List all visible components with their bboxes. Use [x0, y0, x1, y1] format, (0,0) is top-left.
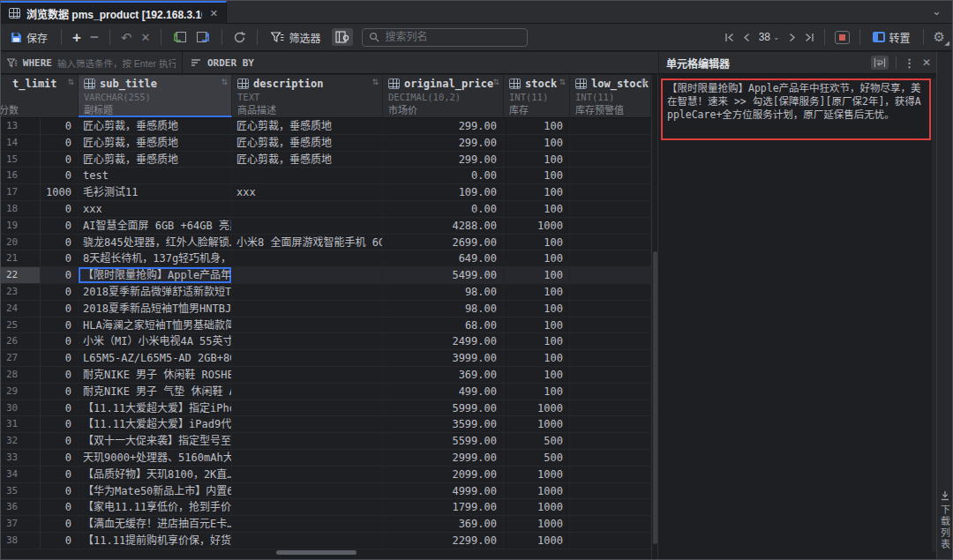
grid-cell[interactable]: 毛衫测试11 — [79, 184, 232, 200]
row-number[interactable]: 15 — [1, 152, 41, 168]
grid-cell[interactable]: 0 — [41, 350, 79, 366]
grid-cell[interactable]: 0 — [41, 317, 79, 333]
grid-cell[interactable]: 0 — [41, 400, 79, 416]
grid-cell[interactable]: 98.00 — [383, 284, 504, 300]
row-number[interactable]: 23 — [1, 284, 41, 300]
grid-cell[interactable] — [570, 317, 651, 333]
grid-cell[interactable]: 1000 — [504, 483, 570, 499]
sort-icon[interactable]: ⇅ — [559, 78, 566, 86]
transpose-button[interactable]: 转置 — [870, 28, 913, 47]
revert-button[interactable]: ✕ — [140, 32, 150, 43]
grid-cell[interactable]: 【限时限量抢购】Apple产品年… — [79, 267, 232, 283]
grid-cell[interactable]: 1000 — [504, 533, 570, 549]
grid-cell[interactable]: 1000 — [504, 516, 570, 532]
grid-cell[interactable]: 100 — [504, 135, 570, 151]
grid-cell[interactable] — [570, 301, 651, 317]
grid-cell[interactable]: 109.00 — [383, 184, 504, 200]
grid-cell[interactable] — [570, 201, 651, 217]
grid-cell[interactable] — [570, 184, 651, 200]
grid-cell[interactable] — [570, 400, 651, 416]
grid-cell[interactable] — [570, 152, 651, 168]
row-number[interactable]: 21 — [1, 250, 41, 266]
grid-cell[interactable]: 5999.00 — [383, 400, 504, 416]
grid-cell[interactable] — [232, 416, 383, 432]
row-number[interactable]: 25 — [1, 317, 41, 333]
column-header-t_limit[interactable]: t_limit⇅分数 — [1, 75, 79, 117]
grid-cell[interactable] — [570, 516, 651, 532]
grid-cell[interactable] — [570, 499, 651, 515]
grid-cell[interactable]: 【11.11提前购机享价保，好货… — [79, 533, 232, 549]
grid-cell[interactable]: 500 — [504, 450, 570, 466]
grid-cell[interactable] — [232, 450, 383, 466]
grid-cell[interactable] — [570, 284, 651, 300]
filter-button[interactable]: 筛选器 — [268, 28, 323, 47]
grid-cell[interactable] — [570, 333, 651, 349]
grid-cell[interactable] — [232, 317, 383, 333]
column-select-button[interactable] — [332, 28, 353, 46]
row-number[interactable]: 22 — [1, 267, 41, 283]
add-row-button[interactable]: + — [72, 30, 81, 45]
grid-cell[interactable] — [232, 433, 383, 449]
grid-cell[interactable]: 0 — [41, 533, 79, 549]
grid-cell[interactable]: 匠心剪裁，垂感质地 — [79, 152, 232, 168]
grid-cell[interactable]: 0 — [41, 218, 79, 234]
more-menu-button[interactable]: ⋮ — [904, 56, 915, 70]
row-number[interactable]: 35 — [1, 483, 41, 499]
grid-cell[interactable]: 0 — [41, 250, 79, 266]
grid-cell[interactable] — [232, 400, 383, 416]
grid-cell[interactable]: 0 — [41, 499, 79, 515]
grid-cell[interactable]: 5599.00 — [383, 433, 504, 449]
vertical-scrollbar-track[interactable] — [651, 75, 658, 559]
close-icon[interactable]: ✕ — [210, 8, 218, 19]
grid-cell[interactable] — [570, 250, 651, 266]
grid-cell[interactable]: 【家电11.11享低价，抢到手价… — [79, 499, 232, 515]
grid-cell[interactable]: 2018夏季新品短袖T恤男HNTBJ2… — [79, 301, 232, 317]
refresh-button[interactable] — [233, 31, 246, 44]
grid-cell[interactable]: 骁龙845处理器，红外人脸解锁… — [79, 235, 232, 250]
grid-cell[interactable]: 100 — [504, 152, 570, 168]
sort-icon[interactable]: ⇅ — [371, 78, 379, 86]
grid-cell[interactable]: 100 — [504, 284, 570, 300]
last-page-button[interactable] — [804, 33, 814, 42]
grid-cell[interactable]: 1000 — [504, 400, 570, 416]
grid-cell[interactable]: AI智慧全面屏 6GB +64GB 亮黑… — [79, 218, 232, 234]
grid-cell[interactable]: 4999.00 — [383, 483, 504, 499]
grid-cell[interactable]: 0 — [41, 301, 79, 317]
column-header-low_stock[interactable]: low_stock⇅INT(11)库存预警值 — [570, 75, 651, 117]
grid-cell[interactable]: 0 — [41, 267, 79, 283]
grid-cell[interactable] — [232, 301, 383, 317]
row-number[interactable]: 20 — [1, 235, 41, 250]
grid-cell[interactable]: 0 — [41, 367, 79, 383]
grid-cell[interactable]: 天玑9000+处理器、5160mAh大… — [79, 450, 232, 466]
grid-cell[interactable]: 2699.00 — [383, 235, 504, 250]
row-number[interactable]: 37 — [1, 516, 41, 532]
column-header-original_price[interactable]: original_price⇅DECIMAL(10,2)市场价 — [383, 75, 504, 117]
grid-cell[interactable]: 100 — [504, 201, 570, 217]
grid-cell[interactable]: xxx — [79, 201, 232, 217]
order-by-input[interactable]: ORDER BY — [183, 52, 658, 73]
grid-cell[interactable]: 0 — [41, 416, 79, 432]
grid-cell[interactable]: 0 — [41, 433, 79, 449]
grid-cell[interactable]: 耐克NIKE 男子 气垫 休闲鞋 A… — [79, 384, 232, 399]
page-size-select[interactable]: 38 ⌄ — [759, 31, 780, 43]
grid-cell[interactable]: 100 — [504, 267, 570, 283]
grid-cell[interactable] — [232, 250, 383, 266]
grid-cell[interactable]: 98.00 — [383, 301, 504, 317]
grid-cell[interactable] — [232, 516, 383, 532]
grid-cell[interactable]: 100 — [504, 184, 570, 200]
grid-cell[interactable]: 0 — [41, 450, 79, 466]
grid-cell[interactable]: 0 — [41, 384, 79, 399]
grid-cell[interactable]: 1000 — [504, 218, 570, 234]
grid-cell[interactable]: 100 — [504, 235, 570, 250]
grid-cell[interactable]: 【双十一大促来袭】指定型号至… — [79, 433, 232, 449]
grid-cell[interactable]: 2499.00 — [383, 333, 504, 349]
row-number[interactable]: 16 — [1, 168, 41, 183]
grid-cell[interactable]: 0 — [41, 135, 79, 151]
grid-cell[interactable]: 1000 — [504, 416, 570, 432]
grid-cell[interactable]: 100 — [504, 301, 570, 317]
delete-row-button[interactable]: − — [90, 30, 99, 45]
grid-cell[interactable]: 0.00 — [383, 168, 504, 183]
grid-cell[interactable]: 2299.00 — [383, 533, 504, 549]
grid-cell[interactable]: 3999.00 — [383, 350, 504, 366]
grid-cell[interactable] — [232, 168, 383, 183]
